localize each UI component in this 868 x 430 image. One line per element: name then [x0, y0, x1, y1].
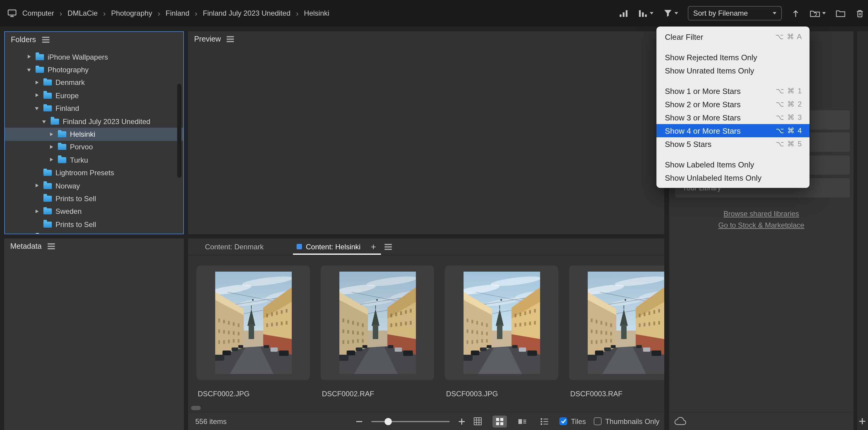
thumbnail-view-button[interactable]: [493, 415, 507, 427]
breadcrumb-item-finland[interactable]: Finland: [166, 9, 190, 18]
chevron-right-icon[interactable]: [27, 54, 33, 60]
breadcrumb-item-computer[interactable]: Computer: [22, 9, 54, 18]
filter-menu-button[interactable]: [663, 9, 678, 18]
filename-label: DSCF0003.JPG: [445, 390, 558, 398]
chevron-right-icon[interactable]: [49, 157, 55, 163]
folder-label: Porvoo: [70, 143, 93, 152]
chevron-down-icon[interactable]: [27, 67, 33, 73]
zoom-out-button[interactable]: [355, 418, 363, 425]
go-to-stock-marketplace-link[interactable]: Go to Stock & Marketplace: [669, 221, 854, 229]
list-view-button[interactable]: [537, 415, 552, 427]
content-horizontal-scrollbar[interactable]: [191, 406, 201, 410]
thumbnail-size-slider[interactable]: [371, 418, 450, 425]
folder-item-turku[interactable]: Turku: [5, 154, 183, 167]
chevron-right-icon[interactable]: [49, 131, 55, 137]
breadcrumb-item-photography[interactable]: Photography: [111, 9, 152, 18]
chevron-right-icon[interactable]: [34, 183, 40, 189]
folder-icon: [43, 80, 52, 86]
tiles-checkbox[interactable]: Tiles: [559, 417, 586, 426]
import-photos-button[interactable]: [809, 9, 826, 18]
menu-item-show-4-or-more-stars[interactable]: Show 4 or More Stars⌥ ⌘ 4: [656, 124, 809, 137]
thumbnail-tile[interactable]: [196, 266, 310, 380]
menu-item-show-unrated[interactable]: Show Unrated Items Only: [656, 64, 809, 77]
chevron-right-icon[interactable]: [34, 93, 40, 99]
shortcut-label: ⌥ ⌘ 4: [776, 127, 802, 135]
thumbnail-tile[interactable]: [445, 266, 558, 380]
add-panel-button[interactable]: [858, 417, 866, 425]
panel-menu-icon[interactable]: [384, 246, 392, 247]
menu-item-show-labeled[interactable]: Show Labeled Items Only: [656, 158, 809, 171]
breadcrumb-separator: ›: [296, 9, 299, 18]
menu-item-show-5-stars[interactable]: Show 5 Stars⌥ ⌘ 5: [656, 137, 809, 151]
panel-menu-icon[interactable]: [227, 38, 234, 40]
folder-item-photography[interactable]: Photography: [5, 64, 183, 76]
tab-label: Content: Helsinki: [306, 242, 361, 251]
folder-label: Finland July 2023 Unedited: [63, 117, 150, 126]
new-folder-button[interactable]: [835, 9, 846, 18]
menu-item-show-2-or-more-stars[interactable]: Show 2 or More Stars⌥ ⌘ 2: [656, 98, 809, 111]
folder-item-denmark[interactable]: Denmark: [5, 76, 183, 90]
menu-item-clear-filter[interactable]: Clear Filter⌥ ⌘ A: [656, 30, 809, 43]
menu-item-show-3-or-more-stars[interactable]: Show 3 or More Stars⌥ ⌘ 3: [656, 111, 809, 124]
folder-item-lightroom-presets[interactable]: Lightroom Presets: [5, 167, 183, 179]
thumbnails-only-checkbox[interactable]: Thumbnails Only: [594, 417, 659, 426]
browse-shared-libraries-link[interactable]: Browse shared libraries: [669, 209, 854, 218]
menu-item-show-1-or-more-stars[interactable]: Show 1 or More Stars⌥ ⌘ 1: [656, 84, 809, 98]
content-status-bar: 556 items: [188, 412, 664, 430]
folder-item-finland-july-2023[interactable]: Finland July 2023 Unedited: [5, 115, 183, 128]
breadcrumb-item-dmlacie[interactable]: DMLaCie: [67, 9, 98, 18]
folder-item-porvoo[interactable]: Porvoo: [5, 141, 183, 154]
sort-order-icon[interactable]: [638, 9, 653, 18]
thumbnail-zoom-control: [355, 412, 465, 430]
folder-item-europe[interactable]: Europe: [5, 89, 183, 102]
folder-icon: [36, 54, 44, 60]
thumbnail-dscf0002-jpg[interactable]: DSCF0002.JPG: [196, 266, 310, 398]
details-view-button[interactable]: [515, 415, 529, 427]
breadcrumb-item-helsinki[interactable]: Helsinki: [304, 9, 330, 18]
panel-menu-icon[interactable]: [48, 246, 55, 247]
sort-direction-button[interactable]: [792, 9, 800, 18]
thumbnail-tile[interactable]: [321, 266, 434, 380]
folder-item-iphone-wallpapers[interactable]: iPhone Wallpapers: [5, 51, 183, 64]
checkbox-checked-icon[interactable]: [559, 417, 567, 425]
folder-icon: [43, 222, 52, 228]
chevron-right-icon[interactable]: [49, 144, 55, 150]
sort-by-dropdown[interactable]: Sort by Filename: [688, 6, 782, 21]
folder-item-prints-to-sell[interactable]: Prints to Sell: [5, 192, 183, 205]
tiles-label: Tiles: [571, 417, 586, 426]
menu-item-show-unlabeled[interactable]: Show Unlabeled Items Only: [656, 171, 809, 184]
folder-item-prints-to-sell-2[interactable]: Prints to Sell: [5, 218, 183, 231]
folder-item-norway[interactable]: Norway: [5, 179, 183, 192]
folder-item-finland[interactable]: Finland: [5, 102, 183, 115]
chevron-down-icon: [822, 12, 826, 14]
panel-menu-icon[interactable]: [42, 39, 49, 40]
chevron-right-icon[interactable]: [34, 209, 40, 215]
folder-item-sweden[interactable]: Sweden: [5, 205, 183, 218]
rating-filter-icon[interactable]: [619, 9, 629, 18]
grid-lock-button[interactable]: [470, 415, 485, 427]
folder-item-macintosh-hd[interactable]: Macintosh HD: [5, 231, 183, 234]
checkbox-empty-icon[interactable]: [594, 417, 601, 425]
chevron-down-icon[interactable]: [41, 118, 48, 124]
tab-content-helsinki[interactable]: Content: Helsinki: [297, 242, 361, 251]
folders-scrollbar[interactable]: [177, 84, 181, 178]
thumbnail-tile[interactable]: [569, 266, 664, 380]
breadcrumb-item-finland-july[interactable]: Finland July 2023 Unedited: [203, 9, 290, 18]
folder-label: Turku: [70, 156, 88, 164]
delete-button[interactable]: [855, 9, 864, 18]
breadcrumb-separator: ›: [59, 9, 62, 18]
thumbnail-dscf0003-raf[interactable]: DSCF0003.RAF: [569, 266, 664, 398]
tab-content-denmark[interactable]: Content: Denmark: [205, 242, 264, 251]
thumbnails-only-label: Thumbnails Only: [605, 417, 659, 426]
thumbnail-dscf0003-jpg[interactable]: DSCF0003.JPG: [445, 266, 558, 398]
cloud-sync-icon[interactable]: [674, 417, 687, 426]
folder-item-helsinki[interactable]: Helsinki: [5, 128, 183, 141]
folder-label: Finland: [56, 104, 79, 113]
menu-item-show-rejected[interactable]: Show Rejected Items Only: [656, 51, 809, 64]
new-tab-button[interactable]: +: [371, 242, 376, 251]
zoom-in-button[interactable]: [458, 418, 465, 425]
chevron-right-icon[interactable]: [34, 80, 40, 86]
chevron-down-icon[interactable]: [34, 106, 40, 112]
thumbnail-dscf0002-raf[interactable]: DSCF0002.RAF: [321, 266, 434, 398]
slider-knob[interactable]: [384, 418, 392, 425]
